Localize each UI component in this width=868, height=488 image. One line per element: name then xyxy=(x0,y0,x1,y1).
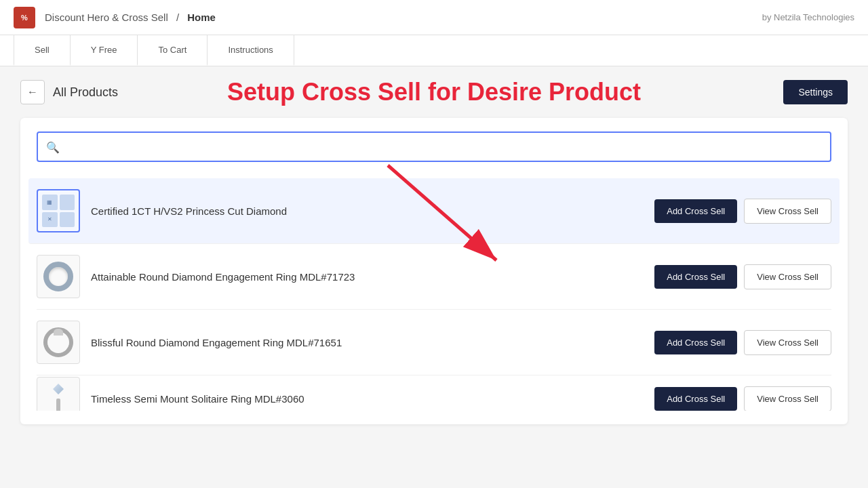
cert-icon-4 xyxy=(60,212,75,228)
cert-icon-1: ▦ xyxy=(42,195,58,210)
product-row-partial: Timeless Semi Mount Solitaire Ring MDL#3… xyxy=(37,375,831,411)
product-actions: Add Cross Sell View Cross Sell xyxy=(654,199,831,224)
tab-tocart[interactable]: To Cart xyxy=(138,35,208,66)
settings-button[interactable]: Settings xyxy=(783,80,848,104)
nav-tabs: Sell Y Free To Cart Instructions xyxy=(0,35,868,66)
search-icon: 🔍 xyxy=(46,140,60,153)
product-name: Timeless Semi Mount Solitaire Ring MDL#3… xyxy=(91,393,644,405)
cert-icon-3: ✕ xyxy=(42,212,58,228)
product-thumbnail xyxy=(37,321,80,364)
app-title: Discount Hero & Cross Sell / Home xyxy=(42,12,218,23)
tab-instructions[interactable]: Instructions xyxy=(208,35,294,66)
product-name: Blissful Round Diamond Engagement Ring M… xyxy=(91,337,644,348)
product-thumbnail xyxy=(37,377,80,411)
page-header: ← All Products Setup Cross Sell for Desi… xyxy=(20,80,848,104)
add-cross-sell-button-3[interactable]: Add Cross Sell xyxy=(654,387,737,411)
header-left: % Discount Hero & Cross Sell / Home xyxy=(14,7,218,28)
search-container: 🔍 xyxy=(37,131,831,162)
ring2-thumb-icon xyxy=(43,327,73,357)
back-button[interactable]: ← xyxy=(20,80,45,104)
product-list-card: 🔍 ▦ ✕ Certified 1CT H/VS2 Princess Cut D… xyxy=(20,118,848,424)
view-cross-sell-button-2[interactable]: View Cross Sell xyxy=(744,330,831,355)
home-link[interactable]: Home xyxy=(187,12,216,23)
search-input[interactable] xyxy=(37,131,831,162)
main-content: ← All Products Setup Cross Sell for Desi… xyxy=(0,66,868,438)
view-cross-sell-button-3[interactable]: View Cross Sell xyxy=(744,386,831,411)
brand-label: by Netzila Technologies xyxy=(762,12,854,22)
add-cross-sell-button-2[interactable]: Add Cross Sell xyxy=(654,331,737,354)
cert-icon-2 xyxy=(60,195,75,210)
tab-yfree[interactable]: Y Free xyxy=(71,35,138,66)
product-actions: Add Cross Sell View Cross Sell xyxy=(654,264,831,289)
product-row: Blissful Round Diamond Engagement Ring M… xyxy=(37,310,831,375)
product-row: ▦ ✕ Certified 1CT H/VS2 Princess Cut Dia… xyxy=(28,178,840,244)
view-cross-sell-button-0[interactable]: View Cross Sell xyxy=(744,199,831,224)
svg-text:%: % xyxy=(21,14,28,22)
promo-title: Setup Cross Sell for Desire Product xyxy=(227,78,641,106)
add-cross-sell-button-0[interactable]: Add Cross Sell xyxy=(654,199,737,223)
product-name: Attainable Round Diamond Engagement Ring… xyxy=(91,271,644,283)
solitaire-thumb-icon xyxy=(43,384,73,411)
product-thumbnail: ▦ ✕ xyxy=(37,189,80,232)
product-name: Certified 1CT H/VS2 Princess Cut Diamond xyxy=(91,205,644,217)
app-name: Discount Hero & Cross Sell xyxy=(45,12,168,23)
add-cross-sell-button-1[interactable]: Add Cross Sell xyxy=(654,265,737,289)
app-logo: % xyxy=(14,7,35,28)
product-thumbnail xyxy=(37,255,80,298)
page-title: All Products xyxy=(53,85,118,100)
view-cross-sell-button-1[interactable]: View Cross Sell xyxy=(744,264,831,289)
breadcrumb-separator: / xyxy=(176,12,179,23)
product-actions: Add Cross Sell View Cross Sell xyxy=(654,386,831,411)
product-row: Attainable Round Diamond Engagement Ring… xyxy=(37,244,831,310)
product-actions: Add Cross Sell View Cross Sell xyxy=(654,330,831,355)
app-header: % Discount Hero & Cross Sell / Home by N… xyxy=(0,0,868,35)
tab-sell[interactable]: Sell xyxy=(14,35,71,66)
ring-thumb-icon xyxy=(43,262,73,291)
